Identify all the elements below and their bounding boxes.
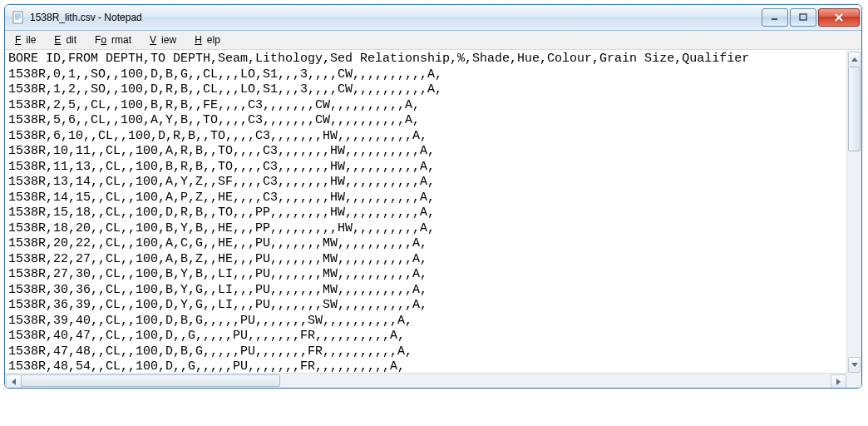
scroll-left-button[interactable] xyxy=(6,374,22,389)
menu-help[interactable]: Help xyxy=(190,32,230,47)
text-content[interactable]: BORE ID,FROM DEPTH,TO DEPTH,Seam,Litholo… xyxy=(5,51,861,388)
svg-rect-2 xyxy=(800,14,806,20)
window-title: 1538R_lith.csv - Notepad xyxy=(30,12,762,23)
vertical-scrollbar[interactable] xyxy=(846,51,861,374)
menu-file[interactable]: File xyxy=(10,32,46,47)
menu-view[interactable]: View xyxy=(145,32,186,47)
scroll-corner xyxy=(847,374,861,388)
menu-edit[interactable]: Edit xyxy=(49,32,86,47)
horizontal-scroll-thumb[interactable] xyxy=(21,374,280,387)
menubar: File Edit Format View Help xyxy=(5,31,861,50)
titlebar[interactable]: 1538R_lith.csv - Notepad xyxy=(5,5,861,31)
vertical-scroll-thumb[interactable] xyxy=(848,67,861,151)
close-button[interactable] xyxy=(818,8,860,27)
notepad-window: 1538R_lith.csv - Notepad File Edit Forma… xyxy=(4,4,862,389)
menu-format[interactable]: Format xyxy=(90,32,141,47)
maximize-button[interactable] xyxy=(790,8,816,27)
horizontal-scrollbar[interactable] xyxy=(5,373,847,388)
scroll-down-button[interactable] xyxy=(848,357,861,373)
scroll-right-button[interactable] xyxy=(831,374,846,389)
content-area: BORE ID,FROM DEPTH,TO DEPTH,Seam,Litholo… xyxy=(5,50,861,388)
scroll-up-button[interactable] xyxy=(848,52,861,67)
notepad-icon xyxy=(12,11,25,24)
minimize-button[interactable] xyxy=(762,8,788,27)
